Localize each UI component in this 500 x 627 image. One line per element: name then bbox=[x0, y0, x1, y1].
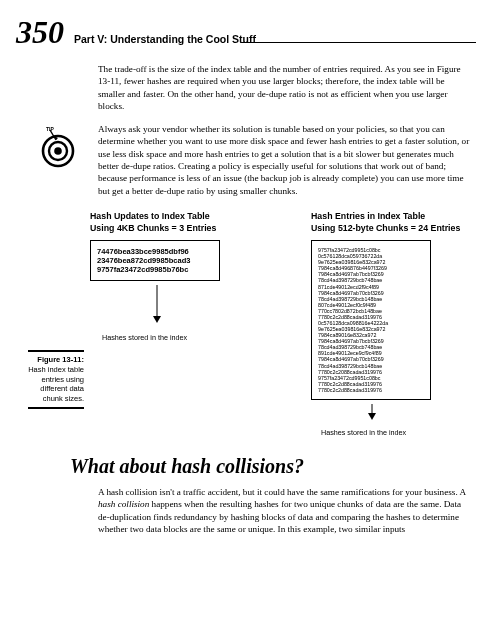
diagram-right-column: Hash Entries in Index Table Using 512-by… bbox=[281, 211, 472, 437]
diagram-left-title: Hash Updates to Index Table Using 4KB Ch… bbox=[90, 211, 251, 234]
figure-desc: Hash index table entries using different… bbox=[28, 365, 84, 403]
paragraph-2: A hash collision isn't a traffic acciden… bbox=[98, 486, 472, 536]
arrow-down-icon bbox=[152, 285, 251, 327]
hash-box-left: 74476bea33bce9985dbf9623476bea872cd9985b… bbox=[90, 240, 220, 281]
diagram-left-caption: Hashes stored in the index bbox=[102, 333, 251, 342]
arrow-down-icon bbox=[367, 404, 472, 424]
diagram-left-column: Hash Updates to Index Table Using 4KB Ch… bbox=[60, 211, 251, 342]
hash-box-right: 9757fa23472cd9951c08bc0c576128dca0597367… bbox=[311, 240, 431, 400]
hash-entry: 9757fa23472cd9985b76bc bbox=[97, 265, 213, 274]
diagram-right-title: Hash Entries in Index Table Using 512-by… bbox=[311, 211, 472, 234]
page-number: 350 bbox=[16, 14, 64, 51]
figure-13-11: Hash Updates to Index Table Using 4KB Ch… bbox=[60, 211, 472, 437]
section-title: What about hash collisions? bbox=[70, 455, 472, 478]
figure-label: Figure 13-11: bbox=[37, 355, 84, 364]
hash-entry: 74476bea33bce9985dbf96 bbox=[97, 247, 213, 256]
part-title: Part V: Understanding the Cool Stuff bbox=[74, 33, 472, 45]
hash-entry: 7780c2c2d88cadad319976 bbox=[318, 387, 424, 393]
svg-marker-8 bbox=[368, 413, 376, 420]
paragraph-1: The trade-off is the size of the index t… bbox=[98, 63, 472, 113]
tip-icon: TIP bbox=[34, 123, 88, 175]
figure-caption: Figure 13-11: Hash index table entries u… bbox=[28, 350, 84, 409]
svg-marker-6 bbox=[153, 316, 161, 323]
hash-entry: 23476bea872cd9985bcad3 bbox=[97, 256, 213, 265]
svg-point-2 bbox=[54, 147, 62, 155]
tip-text: Always ask your vendor whether its solut… bbox=[98, 123, 472, 198]
diagram-right-caption: Hashes stored in the index bbox=[321, 428, 472, 437]
